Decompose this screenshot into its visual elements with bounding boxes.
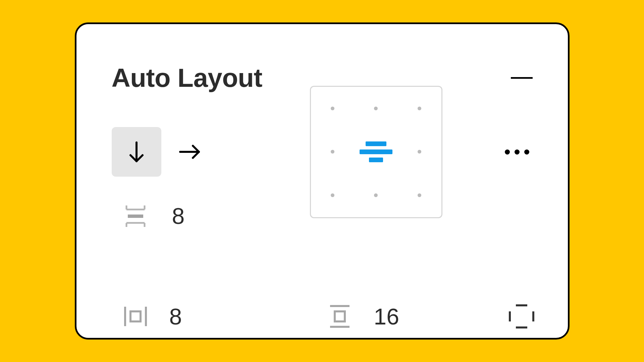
align-top-center[interactable]: [374, 107, 378, 110]
item-spacing-value[interactable]: 8: [172, 203, 185, 229]
vertical-padding-icon: [326, 303, 354, 330]
horizontal-padding-field[interactable]: 8: [122, 303, 182, 330]
direction-horizontal-button[interactable]: [165, 127, 214, 177]
vertical-padding-field[interactable]: 16: [326, 303, 399, 330]
item-spacing-field[interactable]: 8: [122, 202, 185, 230]
align-middle-center-selected[interactable]: [360, 141, 392, 162]
svg-rect-11: [130, 311, 141, 321]
align-top-right[interactable]: [418, 107, 421, 110]
minus-icon: [511, 67, 533, 89]
item-spacing-icon: [122, 202, 149, 230]
vertical-padding-value[interactable]: 16: [374, 303, 399, 329]
panel-title: Auto Layout: [112, 63, 262, 93]
item-spacing-row: 8: [122, 202, 185, 230]
horizontal-padding-icon: [122, 303, 149, 330]
svg-rect-14: [335, 311, 345, 321]
align-bottom-left[interactable]: [331, 193, 334, 197]
align-bottom-center[interactable]: [374, 193, 378, 197]
auto-layout-panel: Auto Layout: [75, 22, 570, 340]
more-options-button[interactable]: [501, 146, 533, 158]
align-middle-left[interactable]: [331, 150, 334, 154]
ellipsis-icon: [505, 149, 510, 155]
padding-row: 8 16: [122, 303, 533, 330]
align-top-left[interactable]: [331, 107, 334, 110]
controls-row-1: 8: [112, 127, 533, 259]
horizontal-padding-value[interactable]: 8: [169, 303, 182, 329]
direction-toggle: [112, 127, 214, 177]
arrow-down-icon: [124, 140, 149, 164]
individual-padding-button[interactable]: [506, 301, 537, 331]
align-middle-right[interactable]: [418, 150, 421, 154]
align-bottom-right[interactable]: [418, 193, 421, 197]
individual-padding-icon: [506, 301, 537, 331]
direction-vertical-button[interactable]: [112, 127, 161, 177]
svg-rect-6: [128, 215, 143, 218]
collapse-button[interactable]: [511, 67, 533, 89]
alignment-picker[interactable]: [310, 86, 442, 218]
arrow-right-icon: [177, 140, 202, 164]
